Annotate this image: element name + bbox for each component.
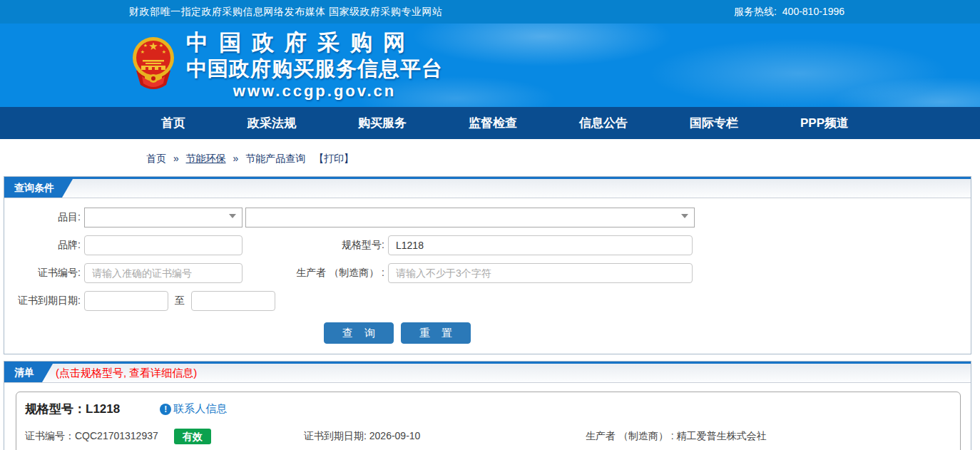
hotline-label: 服务热线: <box>734 6 777 19</box>
model-label: 规格型号: <box>243 239 388 252</box>
chevron-down-icon <box>681 214 688 218</box>
category-select-primary[interactable] <box>84 208 243 227</box>
national-emblem-icon: ★ ★ ★ ★ ★ <box>131 29 176 98</box>
site-title-sub: 中国政府购买服务信息平台 <box>186 56 443 81</box>
svg-text:★: ★ <box>159 43 163 48</box>
manufacturer-input[interactable] <box>388 263 693 283</box>
svg-text:★: ★ <box>162 49 166 54</box>
print-link[interactable]: 【打印】 <box>314 153 354 164</box>
expiry-date-to-input[interactable] <box>191 291 275 311</box>
chevron-down-icon <box>229 214 236 218</box>
cert-no-label: 证书编号: <box>4 267 84 280</box>
info-icon: ! <box>160 404 171 415</box>
site-header: ★ ★ ★ ★ ★ 中国政府采购网 中国政府购买服务信息平台 www.ccgp.… <box>0 24 980 107</box>
nav-item-home[interactable]: 首页 <box>161 115 185 131</box>
top-bar: 财政部唯一指定政府采购信息网络发布媒体 国家级政府采购专业网站 服务热线: 40… <box>0 0 980 24</box>
brand-label: 品牌: <box>4 239 84 252</box>
brand-input[interactable] <box>84 235 243 255</box>
query-form: 品目: 品牌: 规格型号: 证书编号: 生产者 （制造商） : 证书到期日期: … <box>4 198 971 354</box>
nav-item-ppp-channel[interactable]: PPP频道 <box>800 115 849 131</box>
breadcrumb-current-page: 节能产品查询 <box>245 153 305 164</box>
form-buttons: 查 询 重 置 <box>324 322 971 344</box>
breadcrumb-home[interactable]: 首页 <box>146 153 166 164</box>
result-cert-cell: 证书编号：CQC21701312937 有效 <box>25 429 304 444</box>
form-row-category: 品目: <box>4 208 971 227</box>
query-conditions-panel: 查询条件 品目: 品牌: 规格型号: 证书编号: 生产者 （制造商） : 证书到… <box>4 176 971 354</box>
result-cert-no: 证书编号：CQC21701312937 <box>25 430 158 443</box>
nav-item-supervision[interactable]: 监督检查 <box>469 115 517 131</box>
result-model-title[interactable]: 规格型号：L1218 <box>25 401 120 417</box>
breadcrumb: 首页 » 节能环保 » 节能产品查询 【打印】 <box>0 139 980 176</box>
service-hotline: 服务热线: 400-810-1996 <box>734 6 844 19</box>
list-panel-hint: (点击规格型号, 查看详细信息) <box>56 367 197 380</box>
result-details-grid: 证书编号：CQC21701312937 有效 证书到期日期: 2026-09-1… <box>25 429 951 450</box>
form-row-brand-model: 品牌: 规格型号: <box>4 235 971 255</box>
result-manufacturer: 生产者 （制造商） : 精工爱普生株式会社 <box>586 430 951 443</box>
breadcrumb-separator: » <box>233 153 238 164</box>
nav-item-purchase-services[interactable]: 购买服务 <box>358 115 407 131</box>
search-button[interactable]: 查 询 <box>324 322 394 344</box>
category-label: 品目: <box>4 211 84 224</box>
expiry-date-from-input[interactable] <box>84 291 168 311</box>
svg-text:★: ★ <box>141 49 145 54</box>
breadcrumb-section[interactable]: 节能环保 <box>186 153 226 164</box>
result-card: 规格型号：L1218 ! 联系人信息 证书编号：CQC21701312937 有… <box>16 392 961 450</box>
date-range-to-label: 至 <box>175 295 185 307</box>
manufacturer-label: 生产者 （制造商） : <box>243 267 388 280</box>
site-slogan: 财政部唯一指定政府采购信息网络发布媒体 国家级政府采购专业网站 <box>129 6 442 19</box>
svg-text:★: ★ <box>148 40 158 52</box>
list-panel-tab: 清单 <box>4 364 53 382</box>
result-title-row: 规格型号：L1218 ! 联系人信息 <box>25 401 951 417</box>
main-nav: 首页 政采法规 购买服务 监督检查 信息公告 国际专栏 PPP频道 <box>0 107 980 139</box>
results-list-panel: 清单 (点击规格型号, 查看详细信息) 规格型号：L1218 ! 联系人信息 证… <box>4 361 971 450</box>
model-input[interactable] <box>388 235 693 255</box>
nav-item-international[interactable]: 国际专栏 <box>690 115 738 131</box>
contact-info-label: 联系人信息 <box>173 402 227 416</box>
nav-item-announcements[interactable]: 信息公告 <box>579 115 628 131</box>
site-title: 中国政府采购网 中国政府购买服务信息平台 www.ccgp.gov.cn <box>186 29 443 101</box>
site-title-main: 中国政府采购网 <box>186 29 443 56</box>
query-panel-tab: 查询条件 <box>4 179 73 198</box>
nav-item-regulations[interactable]: 政采法规 <box>247 115 296 131</box>
list-panel-header: 清单 (点击规格型号, 查看详细信息) <box>4 362 971 383</box>
form-row-expiry-dates: 证书到期日期: 至 <box>4 291 971 311</box>
query-panel-header: 查询条件 <box>4 177 971 198</box>
breadcrumb-separator: » <box>173 153 179 164</box>
status-badge: 有效 <box>174 429 211 444</box>
cert-no-input[interactable] <box>84 263 243 283</box>
category-select-secondary[interactable] <box>245 208 695 227</box>
reset-button[interactable]: 重 置 <box>401 322 471 344</box>
svg-text:★: ★ <box>143 43 148 48</box>
cert-expiry-label: 证书到期日期: <box>4 295 84 307</box>
hotline-number: 400-810-1996 <box>782 6 844 19</box>
result-expiry: 证书到期日期: 2026-09-10 <box>304 430 586 443</box>
site-brand[interactable]: ★ ★ ★ ★ ★ 中国政府采购网 中国政府购买服务信息平台 www.ccgp.… <box>131 29 443 101</box>
panel-gap <box>0 354 980 361</box>
site-url: www.ccgp.gov.cn <box>186 81 443 101</box>
form-row-cert-manufacturer: 证书编号: 生产者 （制造商） : <box>4 263 971 283</box>
contact-info-link[interactable]: ! 联系人信息 <box>160 402 227 416</box>
